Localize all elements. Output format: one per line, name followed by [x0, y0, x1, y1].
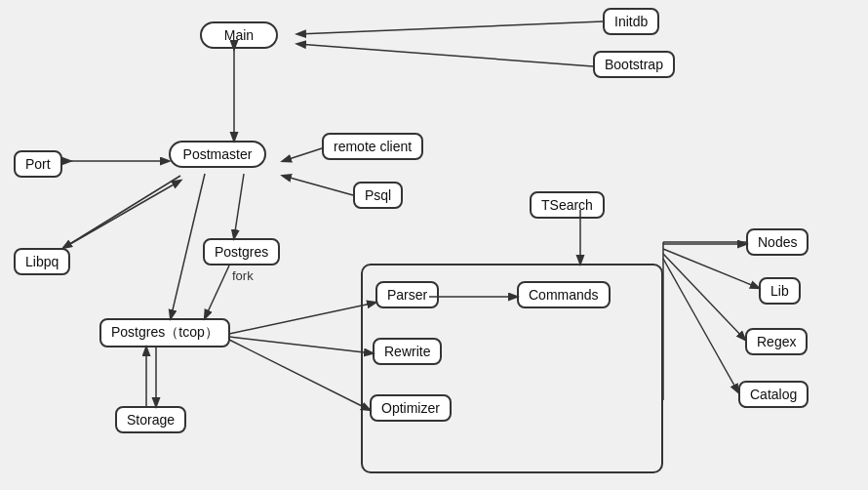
- svg-line-7: [63, 181, 180, 248]
- node-nodes: Nodes: [746, 228, 809, 256]
- svg-line-21: [663, 259, 738, 392]
- node-remote-client: remote client: [322, 133, 423, 160]
- svg-line-15: [229, 340, 370, 410]
- svg-line-10: [205, 265, 229, 318]
- node-postmaster: Postmaster: [169, 141, 266, 168]
- node-lib: Lib: [759, 277, 801, 305]
- node-psql: Psql: [353, 182, 403, 209]
- svg-line-0: [297, 21, 603, 34]
- node-bootstrap: Bootstrap: [593, 51, 675, 78]
- node-regex: Regex: [745, 328, 808, 355]
- node-commands: Commands: [517, 281, 611, 308]
- node-main: Main: [200, 21, 278, 49]
- node-postgres: Postgres: [203, 238, 280, 265]
- svg-line-19: [663, 249, 759, 288]
- node-rewrite: Rewrite: [373, 338, 442, 365]
- node-parser: Parser: [375, 281, 439, 308]
- node-initdb: Initdb: [603, 8, 659, 35]
- node-postgres-tcop: Postgres（tcop）: [99, 318, 230, 347]
- svg-line-20: [663, 254, 745, 340]
- node-storage: Storage: [115, 406, 186, 433]
- node-optimizer: Optimizer: [370, 394, 452, 422]
- node-catalog: Catalog: [738, 381, 809, 408]
- svg-line-8: [234, 174, 244, 238]
- svg-line-4: [283, 148, 322, 161]
- svg-line-9: [171, 174, 205, 318]
- svg-line-14: [229, 337, 373, 353]
- svg-line-13: [229, 303, 375, 334]
- svg-line-5: [283, 176, 353, 195]
- svg-line-6: [63, 176, 180, 248]
- fork-label: fork: [232, 268, 254, 283]
- node-libpq: Libpq: [14, 248, 70, 275]
- node-tsearch: TSearch: [530, 191, 605, 219]
- node-port: Port: [14, 150, 62, 178]
- diagram-container: Main Initdb Bootstrap Port Postmaster re…: [0, 0, 868, 490]
- svg-line-1: [297, 44, 593, 66]
